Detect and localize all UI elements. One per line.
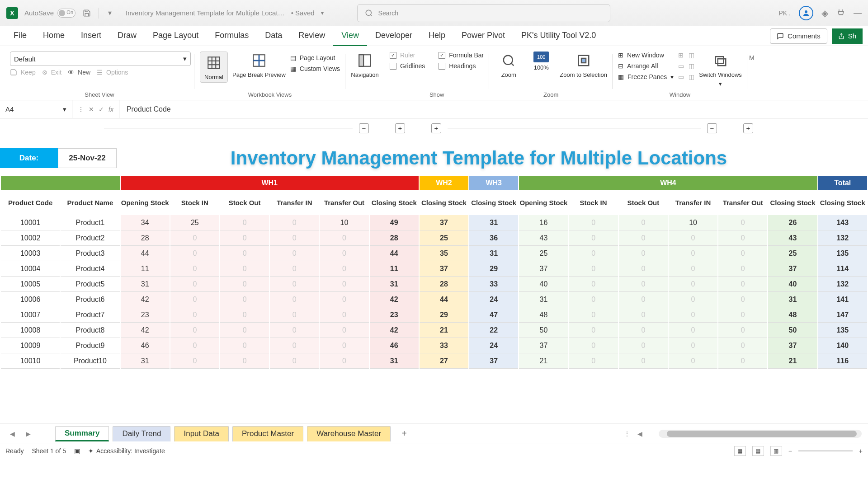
cell[interactable]: 0 [270, 215, 319, 230]
cell[interactable]: 37 [768, 338, 817, 353]
zoom-selection-button[interactable]: Zoom to Selection [560, 52, 607, 79]
cell[interactable]: 0 [669, 353, 717, 369]
tab-page-layout[interactable]: Page Layout [145, 26, 207, 46]
cell[interactable]: 40 [519, 277, 568, 292]
tab-pk-utility[interactable]: PK's Utility Tool V2.0 [513, 26, 604, 46]
cell[interactable]: 10008 [1, 323, 60, 338]
cell[interactable]: 114 [818, 261, 867, 277]
cell[interactable]: 0 [669, 338, 717, 353]
cell[interactable]: 37 [420, 261, 468, 277]
switch-windows-button[interactable]: Switch Windows▾ [699, 52, 742, 87]
cell[interactable]: 0 [669, 307, 717, 323]
cell[interactable]: 40 [768, 277, 817, 292]
tab-power-pivot[interactable]: Power Pivot [453, 26, 513, 46]
cell[interactable]: Product2 [61, 230, 119, 246]
cell[interactable]: 0 [619, 307, 668, 323]
more-icon[interactable]: ⋮ [78, 106, 84, 113]
cell[interactable]: 0 [569, 353, 618, 369]
cell[interactable]: Product5 [61, 277, 119, 292]
cell[interactable]: 42 [370, 323, 419, 338]
page-break-button[interactable]: Page Break Preview [232, 52, 286, 79]
cell[interactable]: 0 [220, 230, 269, 246]
cell[interactable]: 0 [619, 292, 668, 307]
cell[interactable]: 0 [569, 261, 618, 277]
cell[interactable]: 48 [519, 307, 568, 323]
cell[interactable]: 10007 [1, 307, 60, 323]
cell[interactable]: 0 [320, 292, 368, 307]
cell[interactable]: 140 [818, 338, 867, 353]
tab-formulas[interactable]: Formulas [207, 26, 257, 46]
cell[interactable]: 0 [220, 338, 269, 353]
saved-badge[interactable]: • Saved [291, 9, 315, 17]
cell[interactable]: 28 [121, 230, 170, 246]
cell[interactable]: 132 [818, 277, 867, 292]
cell[interactable]: 42 [121, 292, 170, 307]
expand-button[interactable]: + [431, 123, 441, 133]
cell[interactable]: 31 [469, 246, 518, 261]
cell[interactable]: 0 [220, 323, 269, 338]
cell[interactable]: 21 [768, 353, 817, 369]
table-row[interactable]: 10002Product228000028253643000043132 [1, 230, 867, 246]
cell[interactable]: Product3 [61, 246, 119, 261]
cell[interactable]: 0 [320, 246, 368, 261]
cell[interactable]: 10010 [1, 353, 60, 369]
sheet-tab-product-master[interactable]: Product Master [232, 426, 303, 441]
cell[interactable]: 0 [320, 261, 368, 277]
cell[interactable]: 0 [619, 338, 668, 353]
save-icon[interactable] [82, 8, 92, 18]
hide-button[interactable]: ▭ [678, 62, 684, 70]
freeze-panes-button[interactable]: ▦Freeze Panes▾ [618, 73, 674, 80]
cell[interactable]: 0 [170, 230, 219, 246]
date-value[interactable]: 25-Nov-22 [58, 148, 117, 168]
cell[interactable]: 44 [121, 246, 170, 261]
cell[interactable]: 0 [718, 338, 767, 353]
cell[interactable]: 0 [220, 353, 269, 369]
cell[interactable]: 0 [170, 307, 219, 323]
expand-button[interactable]: + [395, 123, 405, 133]
cell[interactable]: Product7 [61, 307, 119, 323]
cell[interactable]: 0 [170, 277, 219, 292]
cell[interactable]: 0 [320, 353, 368, 369]
sheet-tab-summary[interactable]: Summary [55, 426, 109, 441]
cell[interactable]: 0 [569, 323, 618, 338]
cell[interactable]: 21 [519, 353, 568, 369]
collapse-button[interactable]: − [359, 123, 369, 133]
cell[interactable]: 42 [370, 292, 419, 307]
unhide-button[interactable]: ▭ [678, 73, 684, 80]
cell[interactable]: 25 [768, 246, 817, 261]
cell[interactable]: 10006 [1, 292, 60, 307]
cell[interactable]: Product8 [61, 323, 119, 338]
cell[interactable]: 0 [170, 338, 219, 353]
tab-view[interactable]: View [333, 26, 367, 46]
cell[interactable]: 0 [569, 338, 618, 353]
cell[interactable]: 143 [818, 215, 867, 230]
page-layout-button[interactable]: ▤Page Layout [290, 54, 340, 61]
expand-button[interactable]: + [743, 123, 753, 133]
zoom-in-button[interactable]: + [859, 447, 863, 455]
cell[interactable]: 43 [768, 230, 817, 246]
cell[interactable]: 0 [669, 323, 717, 338]
cell[interactable]: Product10 [61, 353, 119, 369]
cell[interactable]: 0 [718, 261, 767, 277]
table-row[interactable]: 10001Product134250010493731160010026143 [1, 215, 867, 230]
tab-prev-button[interactable]: ◀ [6, 430, 19, 437]
cell[interactable]: 31 [370, 353, 419, 369]
cell[interactable]: 0 [619, 353, 668, 369]
chevron-down-icon[interactable]: ▾ [321, 10, 324, 16]
cell[interactable]: 0 [718, 215, 767, 230]
tab-insert[interactable]: Insert [73, 26, 109, 46]
cell[interactable]: 33 [420, 338, 468, 353]
cell[interactable]: 25 [519, 246, 568, 261]
cell[interactable]: 0 [270, 230, 319, 246]
gridlines-checkbox[interactable]: Gridlines [390, 62, 425, 70]
record-macro-icon[interactable]: ▣ [74, 447, 80, 455]
cell[interactable]: 10009 [1, 338, 60, 353]
cell[interactable]: 0 [619, 261, 668, 277]
cell[interactable]: 0 [619, 215, 668, 230]
comments-button[interactable]: Comments [770, 28, 827, 44]
fx-icon[interactable]: fx [108, 106, 113, 113]
cell[interactable]: 0 [669, 277, 717, 292]
cell[interactable]: 0 [270, 292, 319, 307]
name-box[interactable]: A4▾ [0, 100, 72, 118]
cell[interactable]: 141 [818, 292, 867, 307]
